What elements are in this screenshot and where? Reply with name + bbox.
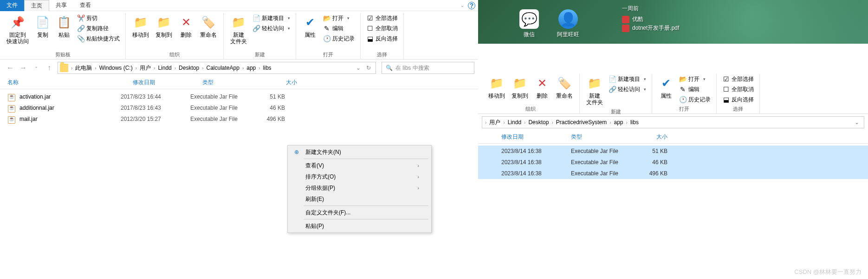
breadcrumb-item[interactable]: 用户 — [487, 119, 502, 126]
properties-button[interactable]: ✔属性 — [656, 74, 676, 101]
move-to-button[interactable]: 📁移动到 — [486, 74, 508, 101]
paste-icon: 📋 — [57, 15, 71, 30]
desktop-icon-wechat[interactable]: 💬 微信 — [515, 9, 543, 39]
dropdown-arrow-icon: ▾ — [347, 16, 350, 20]
select-none-button[interactable]: ☐全部取消 — [364, 23, 400, 33]
delete-button[interactable]: ✕删除 — [532, 74, 552, 101]
cut-button[interactable]: ✂️剪切 — [75, 13, 122, 23]
breadcrumb-item[interactable]: Desktop — [177, 65, 201, 71]
group-label-organize: 组织 — [130, 50, 220, 59]
breadcrumb-right[interactable]: › 用户› Lindd› Desktop› PracticedriveSyste… — [482, 116, 864, 128]
pin-quick-access-button[interactable]: 📌 固定到快速访问 — [4, 13, 32, 46]
tab-home[interactable]: 主页 — [24, 0, 49, 11]
help-icon[interactable]: ? — [468, 2, 475, 9]
properties-button[interactable]: ✔ 属性 — [300, 13, 320, 40]
file-row[interactable]: activation.jar 2017/8/23 16:44 Executabl… — [0, 91, 478, 102]
file-row[interactable]: mail.jar 2012/3/20 15:27 Executable Jar … — [0, 113, 478, 125]
column-type[interactable]: 类型 — [571, 133, 630, 141]
new-folder-button[interactable]: 📁新建文件夹 — [583, 74, 606, 107]
tab-bar: 文件 主页 共享 查看 ⌄ ? — [0, 0, 478, 11]
breadcrumb-item[interactable]: 用户 — [138, 64, 153, 72]
chevron-right-icon: › — [417, 185, 419, 191]
history-button[interactable]: 🕐历史记录 — [677, 94, 713, 105]
breadcrumb-dropdown[interactable]: ⌄ — [356, 65, 361, 71]
file-row[interactable]: 2023/8/14 16:38Executable Jar File496 KB — [478, 168, 868, 179]
chevron-right-icon: › — [70, 66, 73, 71]
breadcrumb-item[interactable]: app — [245, 65, 258, 71]
recent-dropdown[interactable]: ⌄ — [32, 64, 41, 72]
easy-access-button[interactable]: 🔗轻松访问▾ — [607, 84, 648, 94]
breadcrumb-dropdown[interactable]: ⌄ — [855, 119, 859, 126]
breadcrumb-item[interactable]: libs — [628, 119, 641, 126]
breadcrumb-item[interactable]: libs — [261, 65, 273, 71]
rename-button[interactable]: 🏷️ 重命名 — [197, 13, 220, 40]
easy-access-button[interactable]: 🔗轻松访问▾ — [251, 23, 292, 33]
refresh-button[interactable]: ↻ — [366, 65, 371, 71]
move-to-button[interactable]: 📁 移动到 — [130, 13, 152, 40]
column-date[interactable]: 修改日期 — [133, 79, 202, 86]
copy-button[interactable]: 📄 复制 — [32, 13, 53, 40]
breadcrumb-item[interactable]: PracticedriveSystem — [554, 119, 609, 126]
paste-shortcut-button[interactable]: 📎粘贴快捷方式 — [75, 33, 122, 44]
breadcrumb-item[interactable]: Windows (C:) — [97, 65, 135, 71]
breadcrumb-item[interactable]: Desktop — [526, 119, 551, 126]
copy-path-button[interactable]: 🔗复制路径 — [75, 23, 122, 33]
breadcrumb[interactable]: › 此电脑› Windows (C:)› 用户› Lindd› Desktop›… — [58, 62, 376, 74]
back-button[interactable]: ← — [6, 64, 15, 72]
menu-group[interactable]: 分组依据(P)› — [289, 182, 430, 193]
menu-new-folder[interactable]: ⊕ 新建文件夹(N) — [289, 146, 430, 158]
folder-icon: 📁 — [587, 76, 602, 91]
copy-to-button[interactable]: 📁 复制到 — [153, 13, 175, 40]
breadcrumb-item[interactable]: CalculateApp — [204, 65, 241, 71]
menu-customize[interactable]: 自定义文件夹(F)... — [289, 207, 430, 218]
new-item-button[interactable]: 📄新建项目▾ — [251, 13, 292, 23]
copy-to-button[interactable]: 📁复制到 — [509, 74, 531, 101]
explorer-window-right: 📁移动到 📁复制到 ✕删除 🏷️重命名 组织 📁新建文件夹 📄新建项目▾ 🔗轻松… — [478, 72, 868, 179]
history-button[interactable]: 🕐历史记录 — [321, 33, 356, 44]
column-size[interactable]: 大小 — [630, 133, 667, 141]
search-input[interactable]: 🔍 在 libs 中搜索 — [382, 62, 474, 74]
delete-button[interactable]: ✕ 删除 — [176, 13, 196, 40]
file-row[interactable]: additionnal.jar 2017/8/23 16:43 Executab… — [0, 102, 478, 113]
open-button[interactable]: 📂打开▾ — [677, 74, 713, 84]
open-button[interactable]: 📂打开▾ — [321, 13, 356, 23]
select-none-button[interactable]: ☐全部取消 — [720, 84, 756, 94]
tab-share[interactable]: 共享 — [49, 0, 73, 11]
edit-button[interactable]: ✎编辑 — [677, 84, 713, 94]
tab-view[interactable]: 查看 — [73, 0, 97, 11]
select-all-button[interactable]: ☑全部选择 — [720, 74, 756, 84]
desktop-file-youku[interactable]: 优酷 — [622, 15, 679, 23]
new-folder-button[interactable]: 📁 新建文件夹 — [227, 13, 250, 46]
shortcut-icon: 📎 — [77, 35, 84, 42]
forward-button[interactable]: → — [19, 64, 28, 72]
menu-paste[interactable]: 粘贴(P) — [289, 220, 430, 232]
breadcrumb-item[interactable]: app — [612, 119, 625, 126]
breadcrumb-item[interactable]: 此电脑 — [73, 64, 94, 72]
column-type[interactable]: 类型 — [202, 79, 263, 86]
ribbon-group-new-r: 📁新建文件夹 📄新建项目▾ 🔗轻松访问▾ 新建 — [580, 74, 652, 113]
dropdown-arrow-icon: ▾ — [288, 26, 290, 31]
file-row[interactable]: 2023/8/14 16:38Executable Jar File51 KB — [478, 146, 868, 157]
collapse-ribbon-icon[interactable]: ⌄ — [460, 3, 464, 8]
breadcrumb-item[interactable]: Lindd — [506, 119, 523, 126]
copyto-icon: 📁 — [512, 76, 527, 91]
invert-selection-button[interactable]: ⬓反向选择 — [364, 33, 400, 44]
column-date[interactable]: 修改日期 — [501, 133, 571, 141]
column-size[interactable]: 大小 — [263, 79, 304, 86]
up-button[interactable]: ↑ — [45, 64, 54, 72]
menu-view[interactable]: 查看(V)› — [289, 160, 430, 171]
file-row[interactable]: 2023/8/14 16:38Executable Jar File46 KB — [478, 157, 868, 168]
edit-button[interactable]: ✎编辑 — [321, 23, 356, 33]
invert-selection-button[interactable]: ⬓反向选择 — [720, 94, 756, 105]
menu-refresh[interactable]: 刷新(E) — [289, 193, 430, 205]
breadcrumb-item[interactable]: Lindd — [156, 65, 173, 71]
tab-file[interactable]: 文件 — [0, 0, 24, 11]
desktop-icon-aliww[interactable]: 👤 阿里旺旺 — [554, 9, 582, 39]
desktop-file-pdf[interactable]: dotnet开发手册.pdf — [622, 24, 679, 32]
new-item-button[interactable]: 📄新建项目▾ — [607, 74, 648, 84]
select-all-button[interactable]: ☑全部选择 — [364, 13, 400, 23]
rename-button[interactable]: 🏷️重命名 — [553, 74, 576, 101]
menu-sort[interactable]: 排序方式(O)› — [289, 171, 430, 182]
paste-button[interactable]: 📋 粘贴 — [54, 13, 74, 40]
column-name[interactable]: 名称 — [7, 79, 133, 86]
